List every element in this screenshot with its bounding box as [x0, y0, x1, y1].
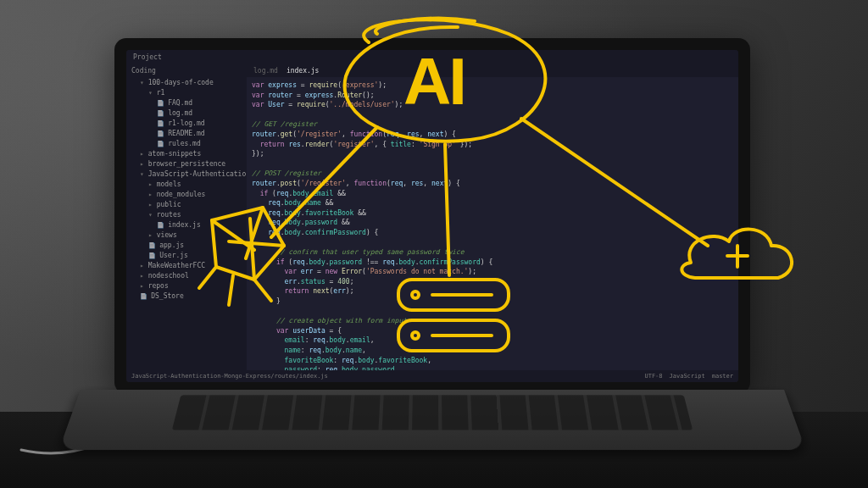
tree-folder[interactable]: node_modules — [131, 190, 242, 200]
laptop-keyboard — [172, 395, 693, 430]
editor-statusbar: JavaScript-Authentication-Mongo-Express/… — [126, 370, 738, 382]
tree-file[interactable]: index.js — [131, 220, 242, 230]
code-content: var express = require('express'); var ro… — [247, 77, 738, 370]
tree-folder[interactable]: repos — [131, 281, 242, 291]
tree-folder[interactable]: routes — [131, 210, 242, 220]
tree-file[interactable]: User.js — [131, 251, 242, 261]
sidebar-root-folder: Coding — [131, 67, 242, 75]
project-label: Project — [133, 53, 162, 61]
tree-folder[interactable]: public — [131, 200, 242, 210]
tree-folder[interactable]: nodeschool — [131, 271, 242, 281]
status-language: JavaScript — [670, 373, 705, 380]
tree-folder[interactable]: r1 — [131, 88, 242, 98]
tab[interactable]: log.md — [253, 67, 278, 75]
tree-folder[interactable]: 100-days-of-code — [131, 78, 242, 88]
tree-file[interactable]: rules.md — [131, 139, 242, 149]
tree-file[interactable]: log.md — [131, 108, 242, 119]
file-tree-sidebar: Coding 100-days-of-code r1 FAQ.md log.md… — [126, 64, 247, 370]
tree-folder[interactable]: MakeWeatherFCC — [131, 261, 242, 271]
laptop-keyboard-deck — [58, 390, 805, 450]
status-path: JavaScript-Authentication-Mongo-Express/… — [131, 373, 328, 380]
tree-folder[interactable]: views — [131, 230, 242, 241]
code-pane: log.md index.js var express = require('e… — [247, 64, 738, 370]
ai-overlay-label: AI — [403, 43, 465, 120]
tree-folder[interactable]: atom-snippets — [131, 149, 242, 159]
tree-folder[interactable]: models — [131, 180, 242, 190]
tree-file[interactable]: FAQ.md — [131, 98, 242, 108]
tree-folder[interactable]: JavaScript-Authentication-Mongo-Express — [131, 169, 242, 180]
status-encoding: UTF-8 — [644, 373, 662, 380]
tree-file[interactable]: README.md — [131, 129, 242, 139]
tree-file[interactable]: r1-log.md — [131, 119, 242, 129]
status-branch: master — [712, 373, 733, 380]
tree-folder[interactable]: browser_persistence — [131, 159, 242, 169]
editor-tabs: log.md index.js — [247, 64, 738, 77]
tree-file[interactable]: DS_Store — [131, 291, 242, 302]
tree-file[interactable]: app.js — [131, 241, 242, 251]
tab-active[interactable]: index.js — [287, 67, 320, 75]
